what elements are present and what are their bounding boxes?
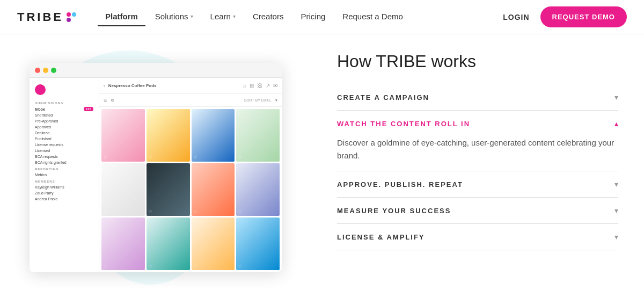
reporting-label: REPORTING	[30, 165, 99, 172]
solutions-chevron-icon: ▾	[191, 13, 193, 19]
navbar: TRiBE Platform Solutions ▾ Learn ▾ Creat…	[0, 0, 644, 34]
accordion-approve-publish: APPROVE. PUBLISH. REPEAT ▾	[337, 171, 618, 198]
app-screenshot: SUBMISSIONS Inbox 115 Shortlisted Pre-Ap…	[30, 63, 282, 272]
main-content: SUBMISSIONS Inbox 115 Shortlisted Pre-Ap…	[0, 34, 644, 290]
sort-label: SORT BY DATE	[244, 98, 271, 102]
sidebar-item-licensed[interactable]: Licensed	[30, 148, 99, 154]
sidebar-item-declined[interactable]: Declined	[30, 130, 99, 136]
sort-chevron-icon: ▾	[275, 98, 277, 103]
members-label: MEMBERS	[30, 178, 99, 184]
right-panel: How TRIBE works CREATE A CAMPAIGN ▾ WATC…	[311, 34, 644, 290]
app-main-area: ‹ Nespresso Coffee Pods ⌕ ⊞ ⛓ ↗ ✉ ☰ ⧉	[99, 78, 282, 272]
sidebar-item-approved[interactable]: Approved	[30, 124, 99, 130]
accordion-label-watch-content: WATCH THE CONTENT ROLL IN	[337, 120, 470, 128]
grid-cell-3: ♡	[192, 109, 235, 162]
request-demo-button[interactable]: REQUEST DEMO	[540, 6, 627, 27]
grid-cell-12: ♡	[236, 218, 280, 270]
app-sidebar: SUBMISSIONS Inbox 115 Shortlisted Pre-Ap…	[30, 78, 99, 272]
sidebar-item-bca-requests[interactable]: BCA requests	[30, 154, 99, 160]
accordion-license-amplify: LICENSE & AMPLIFY ▾	[337, 224, 618, 250]
sidebar-item-bca-rights[interactable]: BCA rights granted	[30, 160, 99, 165]
accordion-header-create-campaign[interactable]: CREATE A CAMPAIGN ▾	[337, 84, 618, 110]
sidebar-item-metrics[interactable]: Metrics	[30, 172, 99, 178]
nav-learn[interactable]: Learn ▾	[203, 8, 243, 26]
nav-solutions[interactable]: Solutions ▾	[148, 8, 201, 26]
accordion-label-measure-success: MEASURE YOUR SUCCESS	[337, 207, 451, 215]
sidebar-item-inbox[interactable]: Inbox 115	[30, 106, 99, 112]
logo-dots	[67, 12, 76, 22]
grid-cell-11: ♡	[192, 218, 235, 270]
accordion-watch-content: WATCH THE CONTENT ROLL IN ▴ Discover a g…	[337, 111, 618, 171]
login-button[interactable]: LOGIN	[503, 13, 529, 21]
accordion-label-approve-publish: APPROVE. PUBLISH. REPEAT	[337, 180, 463, 189]
grid-cell-2: ♡	[147, 109, 190, 162]
grid-cell-10: ♡	[147, 218, 190, 270]
accordion-label-license-amplify: LICENSE & AMPLIFY	[337, 233, 425, 241]
nav-pricing[interactable]: Pricing	[293, 8, 333, 26]
grid-cell-5: ♡	[101, 163, 145, 216]
sidebar-item-shortlisted[interactable]: Shortlisted	[30, 112, 99, 118]
nav-request-demo-link[interactable]: Request a Demo	[335, 8, 411, 26]
accordion-header-watch-content[interactable]: WATCH THE CONTENT ROLL IN ▴	[337, 111, 618, 136]
sidebar-item-member-1[interactable]: Kayleigh Williams	[30, 184, 99, 190]
accordion-chevron-create-campaign: ▾	[614, 93, 618, 102]
sidebar-item-published[interactable]: Published	[30, 136, 99, 142]
grid-cell-8: ♡	[236, 163, 280, 216]
grid-cell-7: ♡	[192, 163, 235, 216]
dot-purple	[67, 18, 71, 22]
sidebar-item-member-2[interactable]: Zaud Parry	[30, 190, 99, 196]
topbar-icons: ⌕ ⊞ ⛓ ↗ ✉	[243, 83, 277, 89]
grid-cell-1: ♡	[101, 109, 145, 162]
dot-blue	[72, 12, 76, 17]
app-titlebar	[30, 63, 282, 78]
logo[interactable]: TRiBE	[17, 10, 76, 24]
accordion-chevron-watch-content: ▴	[614, 119, 618, 128]
grid-icon[interactable]: ⊞	[250, 83, 254, 89]
sidebar-logo-icon	[35, 84, 46, 95]
dot-pink	[67, 12, 71, 17]
accordion-chevron-license-amplify: ▾	[614, 233, 618, 241]
accordion-measure-success: MEASURE YOUR SUCCESS ▾	[337, 198, 618, 224]
link-icon[interactable]: ⛓	[257, 83, 262, 89]
nav-platform[interactable]: Platform	[98, 8, 145, 26]
grid-cell-9: ♡	[101, 218, 145, 270]
search-icon[interactable]: ⌕	[243, 83, 246, 89]
accordion-create-campaign: CREATE A CAMPAIGN ▾	[337, 84, 618, 111]
grid-cell-6: ♡	[147, 163, 190, 216]
submissions-label: SUBMISSIONS	[30, 99, 99, 106]
content-grid: ♡ ♡ ♡ ♡ ♡	[99, 107, 282, 272]
accordion-chevron-approve-publish: ▾	[614, 180, 618, 189]
left-panel: SUBMISSIONS Inbox 115 Shortlisted Pre-Ap…	[0, 34, 311, 290]
tl-yellow	[43, 68, 48, 73]
sidebar-item-preapproved[interactable]: Pre-Approved	[30, 118, 99, 124]
message-icon[interactable]: ✉	[273, 83, 277, 89]
app-body: SUBMISSIONS Inbox 115 Shortlisted Pre-Ap…	[30, 78, 282, 272]
learn-chevron-icon: ▾	[233, 13, 236, 19]
app-toolbar: ☰ ⧉ SORT BY DATE ▾	[99, 94, 282, 107]
accordion-header-license-amplify[interactable]: LICENSE & AMPLIFY ▾	[337, 224, 618, 250]
sidebar-item-member-3[interactable]: Andrea Poole	[30, 196, 99, 202]
nav-creators[interactable]: Creators	[245, 8, 291, 26]
accordion-label-create-campaign: CREATE A CAMPAIGN	[337, 93, 429, 102]
app-topbar: ‹ Nespresso Coffee Pods ⌕ ⊞ ⛓ ↗ ✉	[99, 78, 282, 94]
breadcrumb-title: Nespresso Coffee Pods	[108, 83, 240, 88]
list-view-icon[interactable]: ☰	[104, 98, 107, 103]
filter-icon[interactable]: ⧉	[111, 98, 114, 103]
tl-red	[35, 68, 40, 73]
accordion-chevron-measure-success: ▾	[614, 206, 618, 215]
grid-cell-4: ♡	[236, 109, 280, 162]
tl-green	[51, 68, 56, 73]
nav-links: Platform Solutions ▾ Learn ▾ Creators Pr…	[98, 8, 503, 26]
accordion-header-approve-publish[interactable]: APPROVE. PUBLISH. REPEAT ▾	[337, 171, 618, 197]
logo-text: TRiBE	[17, 10, 63, 24]
nav-right: LOGIN REQUEST DEMO	[503, 6, 627, 27]
section-title: How TRIBE works	[337, 52, 618, 71]
accordion-header-measure-success[interactable]: MEASURE YOUR SUCCESS ▾	[337, 198, 618, 223]
back-icon: ‹	[104, 83, 105, 88]
share-icon[interactable]: ↗	[266, 83, 270, 89]
inbox-badge: 115	[84, 107, 93, 111]
accordion-body-watch-content: Discover a goldmine of eye-catching, use…	[337, 136, 618, 171]
sidebar-item-license-requests[interactable]: License requests	[30, 142, 99, 148]
